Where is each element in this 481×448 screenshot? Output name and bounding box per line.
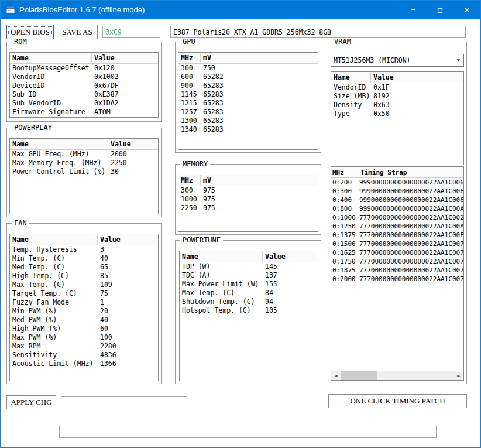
- table-row[interactable]: Density 0x63: [331, 101, 463, 110]
- table-row[interactable]: Med Temp. (C) 65: [10, 263, 158, 272]
- checksum-field[interactable]: [102, 26, 160, 38]
- table-row[interactable]: 300 750: [178, 64, 318, 73]
- table-row[interactable]: VendorID 0x1002: [10, 73, 158, 81]
- apply-chg-button[interactable]: APPLY CHG: [6, 395, 56, 409]
- timing-strap-row[interactable]: 0:1500 77700000000000000022AA1C0073: [331, 240, 463, 248]
- table-row[interactable]: Sub ID 0xE387: [10, 90, 158, 99]
- gpu-table: MHz mV 300 750 600 65282 900: [178, 52, 318, 150]
- memory-type-dropdown[interactable]: MT51J256M3 (MICRON) ▼: [331, 54, 464, 67]
- minimize-button[interactable]: ─: [400, 1, 427, 19]
- status-field[interactable]: [59, 426, 437, 438]
- timing-strap-row[interactable]: 0:2000 77700000000000000022AA1C0073: [331, 275, 463, 283]
- table-row[interactable]: High Temp. (C) 85: [10, 272, 158, 281]
- column-header-mv[interactable]: mV: [201, 175, 318, 186]
- timing-strap-row[interactable]: 0:300 99900000000000000022AA1C0060: [331, 187, 463, 196]
- table-row[interactable]: High PWM (%) 60: [10, 324, 158, 333]
- table-row[interactable]: Max Power Limit (W) 155: [180, 280, 317, 289]
- cell-value: 85: [98, 272, 158, 281]
- table-row[interactable]: Temp. Hysteresis 3: [10, 245, 158, 254]
- table-row[interactable]: Size (MB) 8192: [331, 92, 463, 101]
- dropdown-arrow-icon[interactable]: ▼: [453, 54, 463, 66]
- column-header-mhz[interactable]: MHz: [178, 53, 201, 63]
- table-row[interactable]: BootupMessageOffset 0x120: [10, 64, 158, 73]
- rom-table-header: Name Value: [10, 53, 158, 64]
- maximize-button[interactable]: □: [427, 1, 453, 19]
- column-header-value[interactable]: Value: [92, 53, 158, 63]
- column-header-value[interactable]: Value: [108, 139, 158, 149]
- table-row[interactable]: 1215 65283: [178, 99, 318, 108]
- table-row[interactable]: VendorID 0x1F: [331, 83, 463, 92]
- timing-strap-row[interactable]: 0:1625 77700000000000000022AA1C0073: [331, 248, 463, 257]
- one-click-timing-patch-button[interactable]: ONE CLICK TIMING PATCH: [328, 394, 467, 408]
- table-row[interactable]: Sensitivity 4836: [10, 351, 158, 360]
- powerplay-table-header: Name Value: [10, 139, 158, 150]
- table-row[interactable]: 1000 975: [178, 195, 318, 204]
- column-header-value[interactable]: Value: [98, 234, 158, 245]
- column-header-name[interactable]: Name: [10, 234, 98, 245]
- table-row[interactable]: Max RPM 2280: [10, 342, 158, 351]
- table-row[interactable]: Shutdown Temp. (C) 94: [180, 297, 317, 306]
- table-row[interactable]: 2250 975: [178, 204, 318, 213]
- table-row[interactable]: 1145 65283: [178, 90, 318, 99]
- column-header-name[interactable]: Name: [331, 72, 371, 83]
- table-row[interactable]: DeviceID 0x67DF: [10, 81, 158, 90]
- table-row[interactable]: Max Temp. (C) 109: [10, 281, 158, 289]
- column-header-timing-strap[interactable]: Timing Strap: [358, 167, 463, 177]
- cell-mhz: 1215: [178, 99, 201, 108]
- timing-strap-row[interactable]: 0:400 99900000000000000022AA1C0060: [331, 196, 463, 204]
- column-header-mhz[interactable]: MHz: [178, 175, 201, 186]
- cell-mhz: 0:1000: [331, 213, 358, 222]
- table-row[interactable]: Min PWM (%) 20: [10, 307, 158, 316]
- scroll-right-icon[interactable]: ►: [454, 371, 463, 380]
- table-row[interactable]: Fuzzy Fan Mode 1: [10, 298, 158, 307]
- table-row[interactable]: Sub VendorID 0x1DA2: [10, 99, 158, 108]
- table-row[interactable]: TDC (A) 137: [180, 271, 317, 280]
- table-row[interactable]: 1300 65283: [178, 117, 318, 125]
- timing-strap-row[interactable]: 0:1250 77700000000000000022AA1C00AD: [331, 222, 463, 231]
- table-row[interactable]: Max Memory Freq. (MHz) 2250: [10, 159, 158, 167]
- table-row[interactable]: 300 975: [178, 186, 318, 195]
- cell-value: 0x120: [92, 64, 158, 73]
- horizontal-scrollbar[interactable]: ◄ ►: [331, 371, 463, 380]
- table-row[interactable]: Firmware Signature ATOM: [10, 108, 158, 117]
- table-row[interactable]: Type 0x50: [331, 110, 463, 118]
- table-row[interactable]: Max Temp. (C) 84: [180, 289, 317, 297]
- column-header-mv[interactable]: mV: [201, 53, 318, 63]
- table-row[interactable]: Acoustic Limit (MHz) 1366: [10, 360, 158, 368]
- column-header-value[interactable]: Value: [371, 72, 463, 83]
- cell-mhz: 0:2000: [331, 275, 358, 283]
- table-row[interactable]: 900 65283: [178, 81, 318, 90]
- table-row[interactable]: Power Control Limit (%) 30: [10, 167, 158, 176]
- timing-strap-row[interactable]: 0:800 99900000000000000022AA1C00A5: [331, 204, 463, 213]
- column-header-mhz[interactable]: MHz: [331, 167, 358, 177]
- table-row[interactable]: Max PWM (%) 100: [10, 333, 158, 342]
- timing-strap-row[interactable]: 0:1000 77700000000000000022AA1C0029: [331, 213, 463, 222]
- table-row[interactable]: 1257 65283: [178, 108, 318, 117]
- scrollbar-track[interactable]: [341, 371, 454, 380]
- column-header-value[interactable]: Value: [263, 251, 317, 262]
- scroll-left-icon[interactable]: ◄: [331, 371, 341, 380]
- cell-timing-strap: 99900000000000000022AA1C0060: [358, 187, 463, 196]
- table-row[interactable]: Min Temp. (C) 40: [10, 254, 158, 263]
- column-header-name[interactable]: Name: [10, 53, 92, 63]
- table-row[interactable]: 1340 65283: [178, 125, 318, 134]
- table-row[interactable]: 600 65282: [178, 73, 318, 81]
- close-button[interactable]: ×: [453, 1, 480, 19]
- scrollbar-thumb[interactable]: [341, 371, 377, 380]
- powertune-group: POWERTUNE Name Value TDP (W) 145 TDC (A)…: [175, 240, 321, 384]
- table-row[interactable]: TDP (W) 145: [180, 262, 317, 271]
- table-row[interactable]: Hotspot Temp. (C) 105: [180, 306, 317, 315]
- table-row[interactable]: Target Temp. (C) 75: [10, 289, 158, 298]
- cell-name: Hotspot Temp. (C): [180, 306, 263, 315]
- timing-strap-row[interactable]: 0:200 99900000000000000022AA1C0060: [331, 178, 463, 187]
- table-row[interactable]: Med PWM (%) 40: [10, 316, 158, 324]
- save-as-button[interactable]: SAVE AS: [57, 25, 98, 39]
- column-header-name[interactable]: Name: [180, 251, 263, 262]
- bios-info-field[interactable]: [170, 26, 466, 38]
- table-row[interactable]: Max GPU Freq. (MHz) 2000: [10, 150, 158, 159]
- timing-strap-row[interactable]: 0:1375 77700000000000000022AA1C00EF: [331, 231, 463, 240]
- timing-strap-row[interactable]: 0:1875 77700000000000000022AA1C0073: [331, 266, 463, 275]
- apply-value-field[interactable]: [61, 396, 187, 408]
- timing-strap-row[interactable]: 0:1750 77700000000000000022AA1C0073: [331, 257, 463, 266]
- column-header-name[interactable]: Name: [10, 139, 108, 149]
